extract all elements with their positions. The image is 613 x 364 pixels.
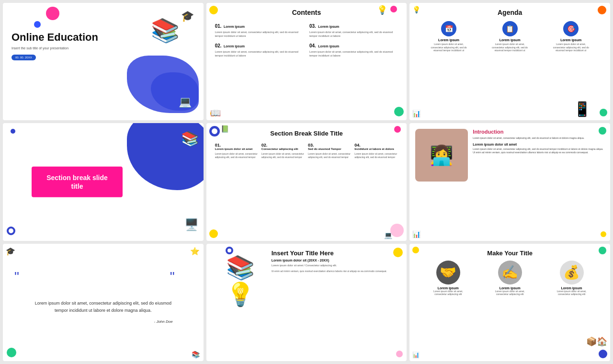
photo-desc-1: Lorem ipsum dolor sit amet, consectetur … (429, 290, 467, 296)
col-desc-1: Lorem ipsum dolor sit amet, consectetur … (215, 152, 259, 159)
section-break-illus-2: 🖥️ (184, 218, 199, 231)
deco-br (601, 231, 606, 237)
agenda-illus-br: 📱 (573, 101, 591, 117)
slide-online-education: 📚 🎓 💻 Online Education Insert the sub ti… (3, 3, 204, 120)
col-label-1: Lorem ipsum dolor sit amet (215, 148, 259, 151)
photo-label-2: Lorem ipsum (499, 286, 521, 290)
deco-tr (598, 6, 606, 14)
content-num-2: 02. (215, 43, 222, 48)
slide-9-title: Make Your Title (417, 250, 602, 257)
slide-1-date: 00. 00. 20XX (11, 55, 36, 60)
intro-photo: 👩‍💻 (415, 129, 468, 182)
agenda-illus-bl: 📊 (412, 110, 420, 117)
content-desc-3: Lorem ipsum dolor sit amet, consectetur … (309, 31, 398, 38)
intro-title: Introduction (473, 129, 604, 135)
deco-br (396, 351, 403, 357)
quote-illus-tr: ⭐ (190, 247, 200, 256)
slide8-body: Ut enim ad minim veniam, quis nostrud ex… (272, 270, 399, 273)
agenda-desc-2: Lorem ipsum dolor sit amet, consectetur … (491, 43, 529, 52)
content-num-1: 01. (215, 23, 222, 29)
col-label-3: Sed do eiusmod Tempor (308, 148, 352, 151)
content-desc-1: Lorem ipsum dolor sit amet, consectetur … (215, 31, 304, 38)
intro-body: Lorem ipsum dolor sit amet, consectetur … (473, 148, 604, 154)
deco-dot2 (7, 227, 15, 235)
quote-mark-open: " (14, 270, 19, 284)
slide-section-break: 📚 🖥️ Section break slide title (3, 123, 204, 240)
slide-2-title: Contents (215, 9, 398, 16)
photo-item-3: 💰 Lorem ipsum Lorem ipsum dolor sit amet… (553, 261, 591, 296)
content-item-4: 04. Lorem ipsum Lorem ipsum dolor sit am… (309, 41, 398, 57)
photo-label-3: Lorem ipsum (561, 286, 582, 290)
slide8-illustration: 📚💡 (214, 250, 267, 308)
photo-item-1: 🤝 Lorem ipsum Lorem ipsum dolor sit amet… (429, 261, 467, 296)
col-desc-2: Lorem ipsum dolor sit amet, consectetur … (261, 152, 305, 159)
deco-tr (393, 248, 403, 257)
slide8-subtitle: Lorem ipsum dolor sit (20XX - 20XX) (272, 259, 399, 262)
intro-desc: Lorem ipsum dolor sit amet, consectetur … (473, 136, 604, 140)
deco-pink-circle (46, 7, 59, 20)
agenda-icons: 📅 Lorem ipsum Lorem ipsum dolor sit amet… (418, 21, 602, 52)
agenda-illus-tl: 💡 (412, 6, 420, 13)
quote-text: Lorem ipsum dolor sit amet, consectetur … (14, 300, 192, 314)
deco-tr (394, 126, 401, 133)
slide-agenda: 💡 📊 Agenda 📅 Lorem ipsum Lorem ipsum dol… (409, 3, 610, 120)
col-num-2: 02. (261, 143, 305, 148)
agenda-icon-2: 📋 (502, 21, 518, 36)
slide-1-illustration: 📚 🎓 💻 (93, 8, 199, 113)
slide-contents: 💡 📖 Contents 01. Lorem ipsum Lorem ipsum… (206, 3, 407, 120)
agenda-item-3: 🎯 Lorem ipsum Lorem ipsum dolor sit amet… (552, 21, 590, 52)
agenda-label-3: Lorem ipsum (560, 38, 581, 42)
intro-illus-bl: 📊 (412, 230, 420, 238)
deco-br (394, 107, 404, 116)
content-label-2: Lorem ipsum (224, 45, 245, 48)
slide-make-title: 📊 Make Your Title 🤝 Lorem ipsum Lorem ip… (409, 244, 610, 361)
content-desc-2: Lorem ipsum dolor sit amet, consectetur … (215, 50, 304, 57)
deco-dot1 (11, 129, 15, 134)
deco-bl (209, 229, 218, 238)
slide5-illus-t: 📗 (221, 125, 229, 133)
deco-br (600, 109, 607, 116)
agenda-label-2: Lorem ipsum (499, 38, 521, 42)
deco-tl (412, 247, 419, 253)
slide-section-break-content: 📗 💻 Section Break Slide Title 01. Lorem … (206, 123, 407, 240)
quote-illus-br: 📚 (192, 351, 200, 358)
intro-text-area: Introduction Lorem ipsum dolor sit amet,… (473, 129, 604, 235)
photo-circle-3: 💰 (560, 261, 584, 284)
deco-tl (209, 6, 218, 14)
slide9-illus-r: 📦🏠 (586, 336, 607, 347)
contents-illus-tr: 💡 (377, 5, 387, 15)
agenda-item-1: 📅 Lorem ipsum Lorem ipsum dolor sit amet… (430, 21, 468, 52)
col-label-2: Consectetur adipiscing elit (261, 148, 305, 151)
slide-introduction: 👩‍💻 Introduction Lorem ipsum dolor sit a… (409, 123, 610, 240)
col-num-3: 03. (308, 143, 352, 148)
slide-5-cols: 01. Lorem ipsum dolor sit amet Lorem ips… (215, 143, 398, 159)
col-label-4: Incididunt ut labore et dolore (354, 148, 398, 151)
photo-circle-1: 🤝 (436, 261, 460, 284)
deco-tr (599, 127, 606, 135)
col-item-4: 04. Incididunt ut labore et dolore Lorem… (354, 143, 398, 159)
agenda-item-2: 📋 Lorem ipsum Lorem ipsum dolor sit amet… (491, 21, 529, 52)
photo-desc-2: Lorem ipsum dolor sit amet, consectetur … (491, 290, 529, 296)
col-item-2: 02. Consectetur adipiscing elit Lorem ip… (261, 143, 305, 159)
content-item-3: 03. Lorem ipsum Lorem ipsum dolor sit am… (309, 21, 398, 38)
slide5-illus-b: 💻 (384, 231, 392, 239)
deco-tr (599, 247, 606, 254)
deco-bl (7, 348, 16, 357)
deco-blue-circle (34, 21, 41, 28)
col-item-3: 03. Sed do eiusmod Tempor Lorem ipsum do… (308, 143, 352, 159)
photo-item-2: ✍️ Lorem ipsum Lorem ipsum dolor sit ame… (491, 261, 529, 296)
quote-illus-tl: 🎓 (6, 247, 15, 256)
content-label-1: Lorem ipsum (224, 25, 245, 28)
quote-mark-close: " (170, 270, 175, 284)
slide-insert-title: 📚💡 Insert Your Title Here Lorem ipsum do… (206, 244, 407, 361)
slide8-desc: Lorem ipsum dolor sit amet / Consectetur… (272, 264, 399, 268)
content-item-1: 01. Lorem ipsum Lorem ipsum dolor sit am… (215, 21, 304, 38)
slide-quote: 🎓 ⭐ 📚 " " Lorem ipsum dolor sit amet, co… (3, 244, 204, 361)
content-label-4: Lorem ipsum (318, 45, 339, 48)
content-desc-4: Lorem ipsum dolor sit amet, consectetur … (309, 50, 398, 57)
photo-row: 🤝 Lorem ipsum Lorem ipsum dolor sit amet… (417, 261, 602, 296)
agenda-label-1: Lorem ipsum (438, 38, 459, 42)
col-num-4: 04. (354, 143, 398, 148)
col-desc-3: Lorem ipsum dolor sit amet, consectetur … (308, 152, 352, 159)
contents-illus-bl: 📖 (210, 108, 221, 118)
